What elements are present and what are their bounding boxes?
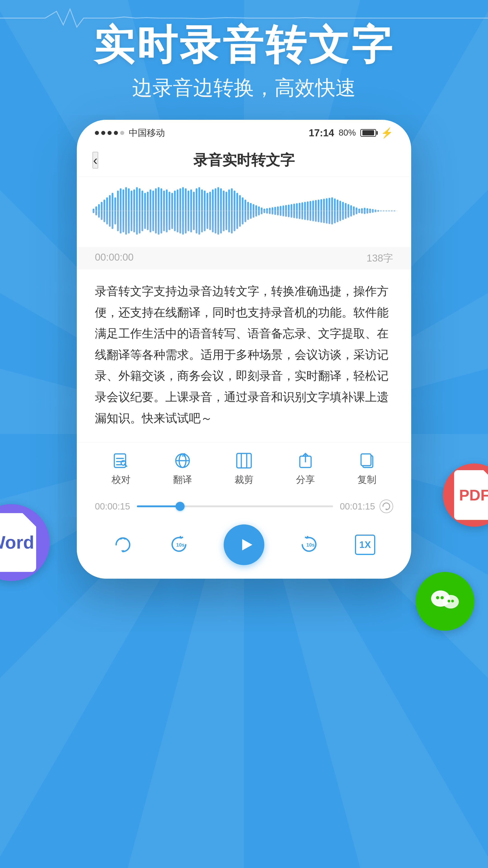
playback-controls: 10s 10s 1 — [77, 518, 411, 579]
svg-point-134 — [441, 596, 444, 599]
toolbar-item-translate[interactable]: 译 翻译 — [173, 452, 192, 486]
copy-icon — [358, 452, 376, 470]
proofread-icon — [112, 452, 130, 470]
signal-dot-3 — [107, 131, 111, 135]
app-header: ‹ 录音实时转文字 — [77, 144, 411, 177]
wechat-badge — [416, 572, 475, 631]
subtitle: 边录音边转换，高效快速 — [0, 74, 488, 102]
progress-bar-area: 00:00:15 00:01:15 — [77, 493, 411, 518]
time-display: 00:00:00 138字 — [77, 247, 411, 270]
battery-fill — [362, 130, 374, 135]
toolbar-item-copy[interactable]: 复制 — [357, 452, 377, 486]
transcript-area: 录音转文字支持边录音边转文字，转换准确迅捷，操作方便，还支持在线翻译，同时也支持… — [77, 270, 411, 442]
screen-title: 录音实时转文字 — [193, 150, 295, 170]
translate-label: 翻译 — [173, 473, 192, 486]
signal-dot-4 — [114, 131, 118, 135]
translate-icon: 译 — [173, 452, 192, 470]
battery-percent: 80% — [339, 128, 356, 138]
svg-marker-129 — [242, 539, 252, 550]
loop-ctrl-icon — [111, 533, 134, 556]
signal-dot-1 — [95, 131, 99, 135]
svg-point-133 — [436, 596, 439, 599]
svg-point-136 — [451, 600, 454, 602]
status-left: 中国移动 — [95, 127, 165, 139]
toolbar-item-share[interactable]: 分享 — [296, 452, 315, 486]
toolbar-item-proofread[interactable]: 校对 — [111, 452, 131, 486]
carrier-label: 中国移动 — [129, 127, 165, 139]
svg-text:10s: 10s — [176, 542, 185, 548]
status-right: 17:14 80% ⚡ — [308, 127, 393, 139]
svg-text:译: 译 — [182, 453, 186, 458]
copy-label: 复制 — [357, 473, 377, 486]
speed-label: 1X — [355, 535, 375, 555]
status-bar: 中国移动 17:14 80% ⚡ — [77, 120, 411, 144]
word-badge-inner: Word — [0, 513, 36, 572]
signal-dot-2 — [101, 131, 105, 135]
current-time: 00:00:15 — [95, 501, 130, 512]
word-badge-text: Word — [0, 532, 34, 553]
total-time: 00:01:15 — [340, 501, 375, 512]
waveform-svg — [90, 186, 398, 236]
waveform-area — [77, 177, 411, 247]
back-button[interactable]: ‹ — [93, 152, 98, 168]
phone-container: 中国移动 17:14 80% ⚡ ‹ 录音实时转文字 — [0, 120, 488, 579]
progress-thumb[interactable] — [175, 502, 185, 511]
word-badge: Word — [0, 504, 50, 581]
forward-icon: 10s — [298, 533, 320, 556]
svg-point-135 — [448, 600, 450, 602]
trim-icon — [235, 452, 253, 470]
progress-track[interactable] — [137, 505, 333, 507]
proofread-label: 校对 — [111, 473, 131, 486]
trim-label: 裁剪 — [234, 473, 254, 486]
transcript-content: 录音转文字支持边录音边转文字，转换准确迅捷，操作方便，还支持在线翻译，同时也支持… — [95, 281, 393, 429]
forward-10s-button[interactable]: 10s — [298, 533, 320, 556]
share-label: 分享 — [296, 473, 315, 486]
toolbar: 校对 译 翻译 — [77, 442, 411, 493]
start-time: 00:00:00 — [95, 252, 133, 265]
charging-icon: ⚡ — [381, 127, 393, 139]
backward-10s-button[interactable]: 10s — [168, 533, 190, 556]
phone-mockup: 中国移动 17:14 80% ⚡ ‹ 录音实时转文字 — [77, 120, 411, 579]
main-title: 实时录音转文字 — [0, 23, 488, 67]
backward-icon: 10s — [168, 533, 190, 556]
signal-dots — [95, 131, 124, 135]
svg-point-132 — [443, 595, 459, 609]
word-count: 138字 — [367, 252, 393, 265]
play-button[interactable] — [224, 524, 264, 565]
pdf-badge-text: PDF — [459, 486, 488, 504]
svg-text:10s: 10s — [306, 542, 315, 548]
speed-button[interactable]: 1X — [354, 533, 377, 556]
svg-rect-127 — [361, 454, 371, 466]
progress-fill — [137, 505, 180, 507]
loop-ctrl-button[interactable] — [111, 533, 134, 556]
speed-icon: 1X — [354, 533, 377, 556]
pdf-badge: PDF — [443, 463, 488, 527]
status-time: 17:14 — [308, 127, 334, 138]
pdf-badge-inner: PDF — [454, 470, 488, 520]
battery-icon — [360, 129, 376, 137]
header-section: 实时录音转文字 边录音边转换，高效快速 — [0, 0, 488, 102]
svg-rect-122 — [237, 454, 251, 468]
loop-button[interactable] — [380, 500, 393, 513]
signal-dot-5 — [120, 131, 124, 135]
toolbar-item-trim[interactable]: 裁剪 — [234, 452, 254, 486]
share-icon — [296, 452, 315, 470]
